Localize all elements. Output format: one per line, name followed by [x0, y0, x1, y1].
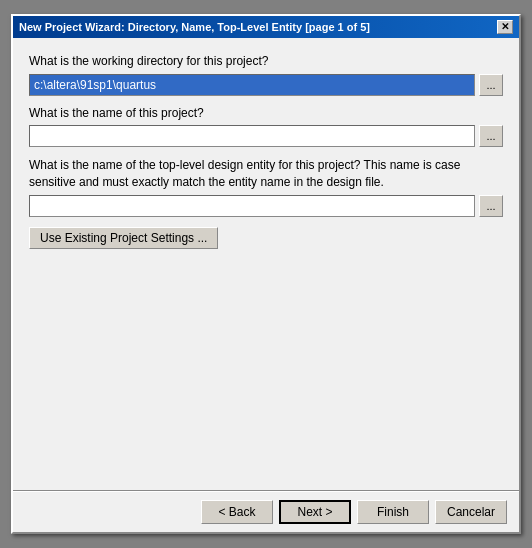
button-bar: < Back Next > Finish Cancelar: [13, 492, 519, 532]
working-dir-input[interactable]: [29, 74, 475, 96]
working-dir-row: ...: [29, 74, 503, 96]
project-name-browse-button[interactable]: ...: [479, 125, 503, 147]
project-name-group: What is the name of this project? ...: [29, 106, 503, 148]
close-button[interactable]: ✕: [497, 20, 513, 34]
back-button[interactable]: < Back: [201, 500, 273, 524]
project-name-label: What is the name of this project?: [29, 106, 503, 122]
top-level-row: ...: [29, 195, 503, 217]
project-name-row: ...: [29, 125, 503, 147]
use-existing-wrapper: Use Existing Project Settings ...: [29, 227, 503, 249]
project-name-input[interactable]: [29, 125, 475, 147]
working-dir-group: What is the working directory for this p…: [29, 54, 503, 96]
top-level-group: What is the name of the top-level design…: [29, 157, 503, 217]
dialog-content: What is the working directory for this p…: [13, 38, 519, 490]
cancel-button[interactable]: Cancelar: [435, 500, 507, 524]
next-button[interactable]: Next >: [279, 500, 351, 524]
finish-button[interactable]: Finish: [357, 500, 429, 524]
use-existing-button[interactable]: Use Existing Project Settings ...: [29, 227, 218, 249]
dialog-window: New Project Wizard: Directory, Name, Top…: [11, 14, 521, 534]
top-level-label: What is the name of the top-level design…: [29, 157, 503, 191]
top-level-browse-button[interactable]: ...: [479, 195, 503, 217]
top-level-input[interactable]: [29, 195, 475, 217]
working-dir-browse-button[interactable]: ...: [479, 74, 503, 96]
title-bar: New Project Wizard: Directory, Name, Top…: [13, 16, 519, 38]
dialog-title: New Project Wizard: Directory, Name, Top…: [19, 21, 370, 33]
content-spacer: [29, 259, 503, 482]
working-dir-label: What is the working directory for this p…: [29, 54, 503, 70]
